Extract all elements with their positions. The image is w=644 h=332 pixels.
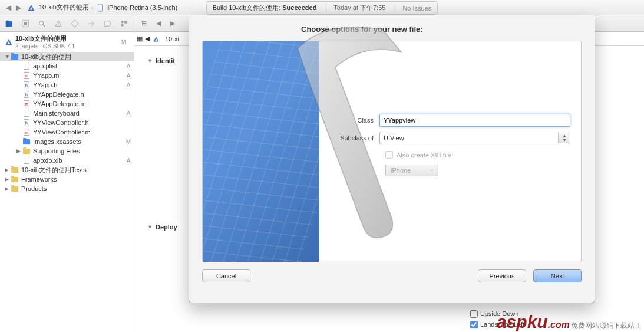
disclosure-triangle-icon[interactable]: ▶ [5,167,11,173]
issue-navigator-icon[interactable] [54,19,62,28]
tree-row[interactable]: Images.xcassetsM [0,137,134,146]
vcs-flag: A [126,82,134,88]
build-result: Succeeded [282,4,316,11]
related-icon[interactable]: ▦ [137,35,143,42]
disclosure-triangle-icon[interactable]: ▼ [147,224,153,230]
debug-navigator-icon[interactable] [87,19,95,28]
next-nav-icon[interactable]: ▶ [168,19,177,27]
back-arrow[interactable]: ◀ [4,2,14,13]
next-button[interactable]: Next [533,269,582,282]
tree-row[interactable]: ▼10-xib文件的使用 [0,52,134,61]
file-label: 10-xib文件的使用Tests [21,166,126,175]
objc-impl-icon: m [22,100,31,108]
sheet-title: Choose options for your new file: [189,15,595,41]
test-navigator-icon[interactable] [71,19,79,28]
watermark-cn: 免费网站源码下载站！ [571,321,642,331]
prev-nav-icon[interactable]: ◀ [154,19,163,27]
disclosure-triangle-icon[interactable]: ▶ [16,148,22,154]
tree-row[interactable]: mYYViewController.m [0,127,134,137]
breadcrumb-project: 10-xib文件的使用 [39,3,89,12]
folder-icon [11,175,19,183]
xcode-project-icon [27,4,35,12]
upside-down-checkbox[interactable] [470,310,478,318]
file-label: YYAppDelegate.h [33,91,126,98]
svg-rect-2 [24,22,27,25]
project-subtitle: 2 targets, iOS SDK 7.1 [15,43,121,50]
template-artwork [203,41,319,262]
vcs-flag: A [126,73,134,79]
file-label: YYViewController.m [33,129,126,136]
report-navigator-icon[interactable] [120,19,128,28]
find-navigator-icon[interactable] [38,19,46,28]
folder-icon [11,52,19,61]
file-label: app.plist [33,63,126,70]
tree-row[interactable]: mYYapp.mA [0,71,134,80]
tree-row[interactable]: hYYAppDelegate.h [0,90,134,99]
svg-line-4 [43,24,45,27]
class-input[interactable] [379,114,570,127]
folder-icon [22,147,31,155]
file-label: appxib.xib [33,157,126,164]
vcs-flag: M [126,139,134,145]
file-icon [22,156,31,165]
project-navigator-icon[interactable] [5,19,13,28]
landscape-left-checkbox[interactable] [470,321,478,328]
device-popup: iPhone [385,165,438,176]
file-label: Images.xcassets [33,138,126,145]
breadcrumb[interactable]: 10-xib文件的使用 › iPhone Retina (3.5-inch) [27,3,177,12]
file-label: YYViewController.h [33,119,126,126]
tree-row[interactable]: hYYViewController.h [0,118,134,127]
svg-rect-7 [121,21,124,23]
tree-row[interactable]: ▶Products [0,184,134,193]
section-label: Deploy [156,223,177,231]
file-icon [22,109,31,117]
objc-impl-icon: m [22,128,31,136]
disclosure-triangle-icon[interactable]: ▶ [5,186,11,192]
folder-icon [11,166,19,174]
forward-arrow[interactable]: ▶ [14,2,24,13]
history-arrows: ◀ ▶ [4,2,24,13]
svg-rect-0 [98,4,102,11]
previous-button[interactable]: Previous [478,269,526,282]
chevron-left-icon[interactable]: ◀ [145,35,150,42]
file-label: YYapp.m [33,72,126,79]
class-label: Class [329,117,379,124]
objc-impl-icon: m [22,71,31,80]
related-items-icon[interactable]: ⊞ [139,19,149,27]
subclass-combo[interactable]: UIView ▲▼ [379,132,570,144]
svg-point-3 [39,21,44,25]
file-label: YYAppDelegate.m [33,100,126,107]
project-navigator[interactable]: 10-xib文件的使用 2 targets, iOS SDK 7.1 M ▼10… [0,32,134,332]
also-xib-label: Also create XIB file [397,152,451,159]
vcs-flag: A [126,157,134,164]
project-root[interactable]: 10-xib文件的使用 2 targets, iOS SDK 7.1 M [0,32,134,52]
header-file-icon: h [22,119,31,127]
file-label: Frameworks [21,176,126,183]
tree-row[interactable]: appxib.xibA [0,156,134,165]
tree-row[interactable]: Main.storyboardA [0,109,134,118]
tree-row[interactable]: app.plistA [0,61,134,71]
tree-row[interactable]: ▶10-xib文件的使用Tests [0,165,134,175]
build-label: Build 10-xib文件的使用: [213,4,281,11]
jump-bar-item: 10-xi [165,35,179,42]
breakpoint-navigator-icon[interactable] [104,19,112,28]
breadcrumb-device: iPhone Retina (3.5-inch) [108,4,178,11]
xcode-project-icon [5,38,13,46]
disclosure-triangle-icon[interactable]: ▶ [5,176,11,182]
file-label: Products [21,185,126,192]
disclosure-triangle-icon[interactable]: ▼ [147,58,153,64]
disclosure-triangle-icon[interactable]: ▼ [5,54,11,60]
activity-status: Build 10-xib文件的使用: Succeeded Today at 下午… [206,1,438,15]
tree-row[interactable]: ▶Frameworks [0,175,134,184]
vcs-flag: M [121,39,129,45]
subclass-value: UIView [384,134,404,142]
header-file-icon: h [22,81,31,89]
tree-row[interactable]: hYYapp.hA [0,80,134,90]
tree-row[interactable]: mYYAppDelegate.m [0,99,134,109]
also-xib-checkbox [385,151,393,159]
cancel-button[interactable]: Cancel [202,269,250,282]
file-label: YYapp.h [33,81,126,88]
watermark-tld: .com [548,320,570,330]
symbol-navigator-icon[interactable] [21,19,29,28]
tree-row[interactable]: ▶Supporting Files [0,146,134,156]
